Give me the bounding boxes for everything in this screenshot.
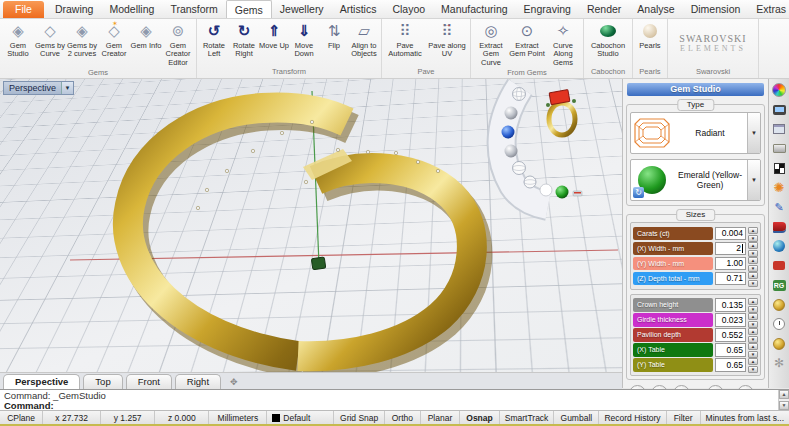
gem-cut-select[interactable]: Radiant ▼ [630,112,761,154]
ring-style-preview[interactable] [546,90,576,135]
viewport-3d[interactable]: Perspective ▼ [0,79,622,372]
menu-tab-artistics[interactable]: Artistics [332,0,385,18]
toggle-gumball[interactable]: Gumball [554,411,599,424]
x-width-input[interactable]: 2 [715,242,746,256]
material-sphere-wireframe-1[interactable] [513,88,526,101]
flip-button[interactable]: ⇅Flip [319,20,349,66]
menu-tab-drawing[interactable]: Drawing [47,0,102,18]
material-sphere-blue[interactable] [502,126,515,139]
toggle-record-history[interactable]: Record History [599,411,666,424]
tab-perspective[interactable]: Perspective [3,374,80,389]
gold-coin-icon[interactable] [772,298,786,312]
toggle-grid-snap[interactable]: Grid Snap [334,411,385,424]
extract-gem-curve-button[interactable]: ◎Extract Gem Curve [473,20,509,67]
x-width-spinner[interactable]: ▲▼ [748,242,758,256]
swarovski-elements-button[interactable]: SWAROVSKI ELEMENTS [670,20,756,66]
gold-ring[interactable] [128,108,477,364]
crown-height-spinner[interactable]: ▲▼ [748,298,758,312]
extract-gem-point-button[interactable]: ⊙Extract Gem Point [509,20,545,67]
girdle-thickness-spinner[interactable]: ▲▼ [748,313,758,327]
move-up-button[interactable]: ⇑Move Up [259,20,289,66]
globe-icon[interactable] [772,239,786,253]
scroll-down-icon[interactable]: ▼ [779,401,789,410]
align-to-objects-button[interactable]: ▱Align to Objects [349,20,379,66]
drawer-icon[interactable] [772,142,786,156]
menu-tab-modelling[interactable]: Modelling [101,0,162,18]
menu-tab-engraving[interactable]: Engraving [516,0,579,18]
curve-along-gems-button[interactable]: ✧Curve Along Gems [545,20,581,67]
layer-button[interactable]: Default [267,411,334,424]
gems-by-curve-button[interactable]: ◇Gems by Curve [34,20,66,67]
y-width-spinner[interactable]: ▲▼ [748,257,758,271]
gem-studio-button[interactable]: ◈Gem Studio [2,20,34,67]
edit-pencil-icon[interactable]: ✎ [772,200,786,214]
rotate-left-button[interactable]: ↺Rotate Left [199,20,229,66]
palette-flag-icon[interactable] [573,191,582,196]
menu-tab-jewellery[interactable]: Jewellery [272,0,332,18]
gem-material-dropdown-icon[interactable]: ▼ [747,160,760,200]
toggle-filter[interactable]: Filter [667,411,701,424]
gray-gear-icon[interactable]: ✻ [772,356,786,370]
cplane-button[interactable]: CPlane [0,411,43,424]
command-scrollbar[interactable]: ▲ ▼ [778,390,789,410]
menu-tab-manufacturing[interactable]: Manufacturing [433,0,516,18]
placed-gem[interactable] [311,257,325,270]
material-sphere-silver-1[interactable] [505,107,518,120]
carats-spinner[interactable]: ▲▼ [748,227,758,241]
tab-right[interactable]: Right [175,374,221,389]
menu-tab-clayoo[interactable]: Clayoo [384,0,433,18]
rhinogold-badge-icon[interactable]: RG [772,278,786,292]
pavilion-depth-spinner[interactable]: ▲▼ [748,328,758,342]
pave-automatic-button[interactable]: ⠿Pave Automatic [384,20,426,66]
display-settings-icon[interactable] [772,103,786,117]
rotate-right-button[interactable]: ↻Rotate Right [229,20,259,66]
z-depth-spinner[interactable]: ▲▼ [748,272,758,286]
gem-creator-editor-button[interactable]: ⊚Gem Creator Editor [162,20,194,67]
orange-gear-icon[interactable]: ✺ [772,181,786,195]
y-width-input[interactable]: 1.00 [715,257,746,271]
tab-top[interactable]: Top [83,374,122,389]
cabochon-studio-button[interactable]: Cabochon Studio [586,20,630,66]
gems-by-2-curves-button[interactable]: ◈Gems by 2 curves [66,20,98,67]
crown-height-input[interactable]: 0.135 [715,298,746,312]
viewport-title-dropdown-icon[interactable]: ▼ [61,82,73,94]
y-table-input[interactable]: 0.65 [715,358,746,372]
tab-front[interactable]: Front [126,374,172,389]
girdle-thickness-input[interactable]: 0.023 [715,313,746,327]
gem-cut-dropdown-icon[interactable]: ▼ [747,113,760,153]
scroll-up-icon[interactable]: ▲ [779,390,789,399]
minutes-from-last-save[interactable]: Minutes from last s... [701,411,789,424]
color-wheel-icon[interactable] [772,83,786,97]
material-sphere-wireframe-3[interactable] [524,176,536,188]
menu-tab-file[interactable]: File [3,1,44,18]
gem-creator-button[interactable]: ◇✶Gem Creator [98,20,130,67]
add-viewport-icon[interactable]: ✥ [224,376,244,389]
menu-tab-analyse[interactable]: Analyse [629,0,682,18]
x-table-input[interactable]: 0.65 [715,343,746,357]
carats-input[interactable]: 0.004 [715,227,746,241]
menu-tab-dimension[interactable]: Dimension [683,0,749,18]
y-table-spinner[interactable]: ▲▼ [748,358,758,372]
materials-book-icon[interactable] [772,220,786,234]
material-sphere-green[interactable] [556,186,569,199]
menu-tab-render[interactable]: Render [579,0,629,18]
toggle-osnap[interactable]: Osnap [460,411,500,424]
menu-tab-transform[interactable]: Transform [162,0,225,18]
units-button[interactable]: Millimeters [209,411,267,424]
move-down-button[interactable]: ⇓Move Down [289,20,319,66]
chat-icon[interactable] [772,259,786,273]
z-depth-input[interactable]: 0.71 [715,272,746,286]
material-sync-icon[interactable]: ↻ [633,187,644,198]
material-sphere-white[interactable] [540,184,552,196]
clock-icon[interactable] [772,317,786,331]
gem-info-button[interactable]: ◈Gem Info [130,20,162,67]
pavilion-depth-input[interactable]: 0.552 [715,328,746,342]
menu-tab-gems[interactable]: Gems [226,0,272,18]
pearls-button[interactable]: Pearls [635,20,665,66]
menu-tab-extras[interactable]: Extras [748,0,789,18]
material-sphere-wireframe-2[interactable] [513,162,526,175]
pave-along-uv-button[interactable]: ⠿→Pave along UV [426,20,468,66]
toggle-smarttrack[interactable]: SmartTrack [500,411,555,424]
toggle-planar[interactable]: Planar [421,411,461,424]
checker-pattern-icon[interactable] [772,161,786,175]
